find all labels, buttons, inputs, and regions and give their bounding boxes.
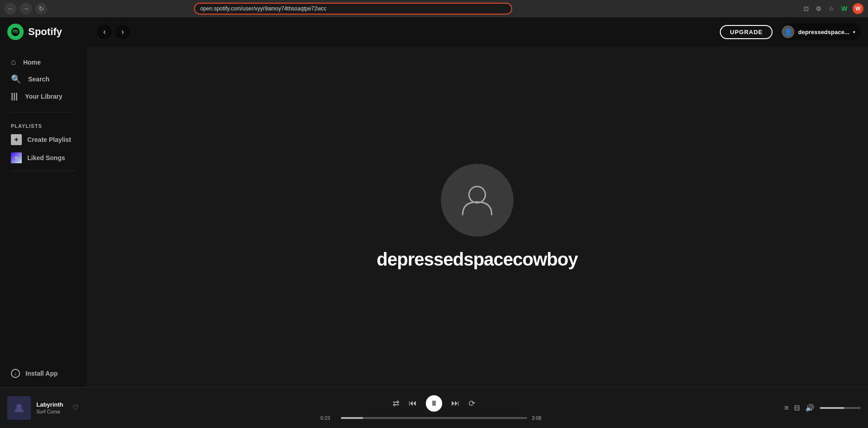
sidebar-nav: ⌂ Home 🔍 Search ||| Your Library [0, 50, 86, 108]
sidebar-item-create-playlist[interactable]: + Create Playlist [0, 131, 86, 149]
current-time: 0:23 [320, 415, 336, 421]
browser-chrome: ← → ↻ open.spotify.com/user/vyyr9amoy74t… [0, 0, 868, 17]
library-icon: ||| [11, 91, 18, 101]
svg-point-0 [469, 186, 485, 203]
total-time: 3:08 [532, 415, 548, 421]
progress-fill [341, 417, 363, 419]
sidebar-divider [11, 112, 75, 112]
settings-icon[interactable]: ⚙ [814, 4, 823, 13]
nav-forward-button[interactable]: › [115, 25, 130, 39]
volume-button[interactable]: 🔊 [805, 403, 814, 412]
now-playing: Labyrinth Surf Curse ♡ [7, 396, 144, 420]
create-playlist-icon: + [11, 134, 22, 145]
track-artist: Surf Curse [36, 409, 63, 414]
sidebar-item-home[interactable]: ⌂ Home [0, 54, 86, 70]
star-icon[interactable]: ☆ [827, 4, 836, 13]
browser-forward-button[interactable]: → [20, 3, 32, 15]
spotify-app: Spotify ‹ › UPGRADE 👤 depressedspace... … [0, 17, 868, 428]
create-playlist-label: Create Playlist [27, 136, 71, 143]
install-app-button[interactable]: ↓ Install App [0, 363, 86, 383]
spotify-logo [7, 24, 24, 40]
browser-actions: ⊡ ⚙ ☆ W W [802, 3, 863, 14]
sidebar-playlists-label: PLAYLISTS [0, 116, 86, 131]
browser-address-bar[interactable]: open.spotify.com/user/vyyr9amoy74thsoaqt… [194, 3, 512, 15]
browser-url: open.spotify.com/user/vyyr9amoy74thsoaqt… [200, 5, 327, 12]
screen-cast-icon[interactable]: ⊡ [802, 4, 811, 13]
user-avatar-icon: 👤 [782, 25, 794, 38]
player-bar: Labyrinth Surf Curse ♡ ⇄ ⏮ ⏸ ⏭ ⟳ 0:23 3:… [0, 387, 868, 428]
liked-songs-icon: ♥ [11, 152, 22, 163]
sidebar: ⌂ Home 🔍 Search ||| Your Library PLAYLIS… [0, 46, 86, 387]
sidebar-divider-2 [11, 171, 75, 171]
track-info: Labyrinth Surf Curse [36, 401, 63, 414]
devices-button[interactable]: ⊟ [794, 403, 800, 412]
shuffle-button[interactable]: ⇄ [393, 398, 399, 408]
sidebar-library-label: Your Library [25, 93, 62, 100]
progress-bar[interactable] [341, 417, 527, 419]
search-icon: 🔍 [11, 74, 21, 84]
volume-bar[interactable] [820, 407, 861, 409]
track-name: Labyrinth [36, 401, 63, 408]
main-layout: ⌂ Home 🔍 Search ||| Your Library PLAYLIS… [0, 46, 868, 387]
control-buttons: ⇄ ⏮ ⏸ ⏭ ⟳ [393, 395, 475, 412]
sidebar-home-label: Home [23, 59, 41, 66]
player-controls: ⇄ ⏮ ⏸ ⏭ ⟳ 0:23 3:08 [144, 395, 724, 421]
queue-button[interactable]: ≡ [784, 404, 788, 412]
nav-arrows: ‹ › [97, 25, 130, 39]
chevron-down-icon: ▾ [853, 30, 855, 35]
like-button[interactable]: ♡ [72, 403, 79, 412]
player-extra: ≡ ⊟ 🔊 [724, 403, 861, 412]
track-thumbnail [7, 396, 31, 420]
liked-songs-label: Liked Songs [27, 154, 65, 161]
extensions-icon[interactable]: W [840, 4, 849, 13]
profile-avatar [441, 164, 514, 237]
browser-back-button[interactable]: ← [5, 3, 16, 15]
upgrade-button[interactable]: UPGRADE [720, 25, 773, 39]
user-menu[interactable]: 👤 depressedspace... ▾ [780, 24, 861, 40]
nav-back-button[interactable]: ‹ [97, 25, 112, 39]
browser-refresh-button[interactable]: ↻ [35, 3, 47, 15]
sidebar-item-library[interactable]: ||| Your Library [0, 88, 86, 105]
pause-button[interactable]: ⏸ [426, 395, 442, 412]
browser-profile-icon[interactable]: W [853, 3, 863, 14]
profile-name: depressedspacecowboy [377, 249, 578, 270]
topbar: Spotify ‹ › UPGRADE 👤 depressedspace... … [0, 17, 868, 46]
install-app-icon: ↓ [11, 369, 20, 378]
home-icon: ⌂ [11, 57, 16, 67]
user-name: depressedspace... [798, 29, 849, 35]
spotify-logo-area: Spotify [7, 24, 94, 40]
sidebar-search-label: Search [28, 76, 50, 83]
next-button[interactable]: ⏭ [451, 398, 459, 408]
sidebar-item-liked-songs[interactable]: ♥ Liked Songs [0, 149, 86, 167]
main-content: depressedspacecowboy [86, 46, 868, 387]
volume-fill [820, 407, 844, 409]
repeat-button[interactable]: ⟳ [469, 398, 475, 408]
progress-row: 0:23 3:08 [320, 415, 548, 421]
sidebar-item-search[interactable]: 🔍 Search [0, 70, 86, 88]
top-right: UPGRADE 👤 depressedspace... ▾ [720, 24, 861, 40]
install-app-label: Install App [25, 370, 58, 377]
spotify-logo-text: Spotify [28, 26, 62, 38]
prev-button[interactable]: ⏮ [409, 398, 417, 408]
